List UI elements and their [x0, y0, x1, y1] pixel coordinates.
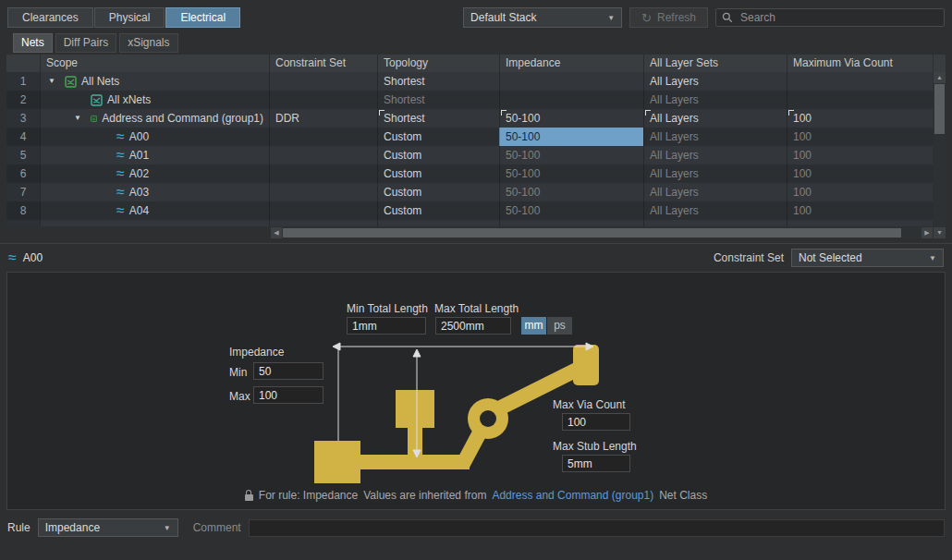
cell-impedance[interactable] [499, 72, 643, 91]
min-total-length-input[interactable] [347, 317, 426, 335]
expand-arrow-icon[interactable]: ▼ [48, 72, 60, 91]
tab-electrical[interactable]: Electrical [165, 7, 240, 28]
stack-select[interactable]: Default Stack ▼ [463, 7, 622, 28]
cell-impedance[interactable]: 50-100 [499, 201, 643, 220]
cell-constraint-set[interactable] [269, 183, 377, 201]
max-via-count-input[interactable] [562, 413, 630, 431]
hscroll-track[interactable] [282, 227, 921, 238]
cell-impedance[interactable]: 50-100 [499, 109, 643, 128]
column-header-maximum-via-count[interactable]: Maximum Via Count [787, 55, 933, 72]
refresh-button[interactable]: ↻ Refresh [629, 7, 708, 28]
cell-constraint-set[interactable] [269, 146, 377, 164]
cell-all-layer-sets[interactable]: All Layers [643, 72, 787, 91]
tab-nets[interactable]: Nets [13, 33, 53, 53]
scope-cell[interactable]: ≈A03 [40, 183, 269, 201]
cell-impedance[interactable]: 50-100 [499, 183, 643, 201]
cell-impedance[interactable] [499, 220, 643, 226]
table-row[interactable]: ≈ [6, 220, 933, 226]
cell-all-layer-sets[interactable]: All Layers [643, 183, 787, 201]
column-header-all-layer-sets[interactable]: All Layer Sets [643, 55, 787, 72]
scroll-right-icon[interactable]: ▶ [921, 227, 933, 238]
cell-impedance[interactable] [499, 91, 643, 109]
expand-arrow-icon[interactable]: ▼ [74, 109, 86, 128]
table-row[interactable]: 2All xNetsShortestAll Layers [6, 91, 933, 109]
cell-topology[interactable]: Shortest [377, 72, 499, 91]
table-row[interactable]: 3▼Address and Command (group1)DDRShortes… [6, 109, 933, 128]
cell-maximum-via-count[interactable]: 100 [787, 183, 933, 201]
rule-select[interactable]: Impedance ▼ [38, 518, 178, 537]
cell-constraint-set[interactable] [269, 72, 377, 91]
scope-cell[interactable]: ≈A02 [40, 164, 269, 183]
cell-maximum-via-count[interactable] [787, 72, 933, 91]
tab-xsignals[interactable]: xSignals [119, 33, 177, 53]
column-header-topology[interactable]: Topology [377, 55, 499, 72]
column-header-scope[interactable]: Scope [40, 55, 269, 72]
net-class-link[interactable]: Address and Command (group1) [492, 489, 653, 502]
table-row[interactable]: 4≈A00Custom50-100All Layers100 [6, 128, 933, 146]
max-total-length-input[interactable] [435, 317, 511, 335]
cell-all-layer-sets[interactable] [643, 220, 787, 226]
scope-cell[interactable]: All xNets [40, 91, 269, 109]
cell-maximum-via-count[interactable]: 100 [787, 201, 933, 220]
horizontal-scrollbar[interactable]: ◀ ▶ [6, 227, 933, 238]
cell-topology[interactable]: Custom [377, 128, 499, 146]
cell-topology[interactable]: Custom [377, 201, 499, 220]
table-row[interactable]: 8≈A04Custom50-100All Layers100 [6, 201, 933, 220]
comment-input[interactable] [249, 519, 945, 537]
cell-maximum-via-count[interactable] [787, 91, 933, 109]
cell-all-layer-sets[interactable]: All Layers [643, 164, 787, 183]
cell-impedance[interactable]: 50-100 [499, 128, 643, 146]
scroll-up-icon[interactable]: ▲ [934, 72, 946, 83]
cell-maximum-via-count[interactable]: 100 [787, 164, 933, 183]
hscroll-thumb[interactable] [283, 228, 901, 237]
cell-impedance[interactable]: 50-100 [499, 146, 643, 164]
cell-constraint-set[interactable] [269, 164, 377, 183]
unit-ps-toggle[interactable]: ps [547, 317, 572, 335]
tab-physical[interactable]: Physical [94, 7, 165, 28]
cell-maximum-via-count[interactable] [787, 220, 933, 226]
vertical-scrollbar[interactable]: ▲ ▼ [934, 55, 946, 238]
vscroll-track[interactable] [934, 83, 946, 227]
tab-clearances[interactable]: Clearances [7, 7, 93, 28]
scope-cell[interactable]: ≈A01 [40, 146, 269, 164]
scope-cell[interactable]: ▼All Nets [40, 72, 269, 91]
cell-all-layer-sets[interactable]: All Layers [643, 109, 787, 128]
scope-cell[interactable]: ≈A04 [40, 201, 269, 220]
scroll-down-icon[interactable]: ▼ [934, 227, 946, 238]
cell-topology[interactable]: Shortest [377, 109, 499, 128]
scope-cell[interactable]: ≈ [40, 220, 269, 226]
table-row[interactable]: 1▼All NetsShortestAll Layers [6, 72, 933, 91]
cell-maximum-via-count[interactable]: 100 [787, 109, 933, 128]
cell-constraint-set[interactable] [269, 201, 377, 220]
constraint-set-select[interactable]: Not Selected ▼ [791, 249, 944, 267]
search-input[interactable] [738, 10, 938, 25]
scroll-left-icon[interactable]: ◀ [271, 227, 282, 238]
cell-constraint-set[interactable] [269, 91, 377, 109]
scope-cell[interactable]: ≈A00 [40, 128, 269, 146]
scope-cell[interactable]: ▼Address and Command (group1) [40, 109, 269, 128]
cell-topology[interactable]: Custom [377, 164, 499, 183]
table-row[interactable]: 7≈A03Custom50-100All Layers100 [6, 183, 933, 201]
cell-constraint-set[interactable]: DDR [269, 109, 377, 128]
table-row[interactable]: 5≈A01Custom50-100All Layers100 [6, 146, 933, 164]
column-header-impedance[interactable]: Impedance [499, 55, 643, 72]
cell-all-layer-sets[interactable]: All Layers [643, 146, 787, 164]
vscroll-thumb[interactable] [934, 84, 945, 134]
column-header-constraint-set[interactable]: Constraint Set [269, 55, 377, 72]
cell-constraint-set[interactable] [269, 220, 377, 226]
unit-mm-toggle[interactable]: mm [521, 317, 546, 335]
tab-diff-pairs[interactable]: Diff Pairs [55, 33, 116, 53]
cell-impedance[interactable]: 50-100 [499, 164, 643, 183]
max-stub-length-input[interactable] [562, 455, 630, 472]
cell-constraint-set[interactable] [269, 128, 377, 146]
cell-topology[interactable]: Shortest [377, 91, 499, 109]
cell-topology[interactable] [377, 220, 499, 226]
table-row[interactable]: 6≈A02Custom50-100All Layers100 [6, 164, 933, 183]
cell-maximum-via-count[interactable]: 100 [787, 146, 933, 164]
cell-all-layer-sets[interactable]: All Layers [643, 91, 787, 109]
column-header-index[interactable] [6, 55, 40, 72]
cell-all-layer-sets[interactable]: All Layers [643, 128, 787, 146]
cell-maximum-via-count[interactable]: 100 [787, 128, 933, 146]
cell-all-layer-sets[interactable]: All Layers [643, 201, 787, 220]
cell-topology[interactable]: Custom [377, 146, 499, 164]
